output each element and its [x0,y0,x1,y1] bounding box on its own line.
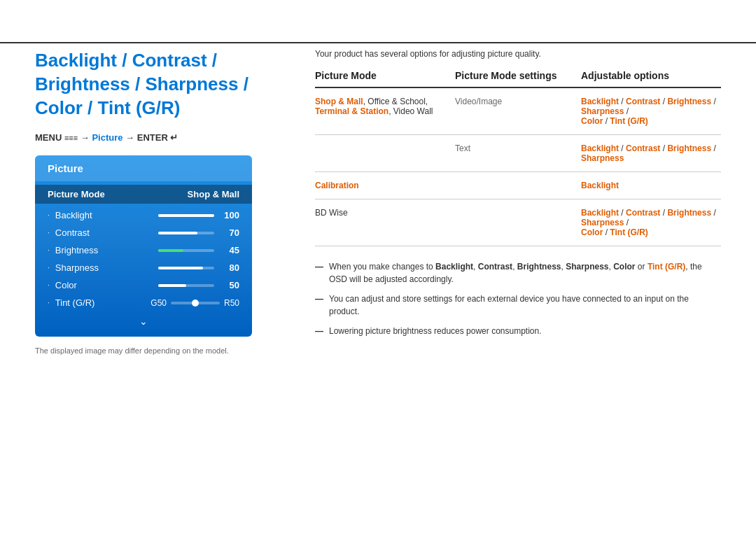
image-note: The displayed image may differ depending… [35,346,287,355]
note-3: ― Lowering picture brightness reduces po… [315,325,721,337]
osd-value-backlight: 100 [220,210,239,220]
osd-value-contrast: 70 [220,227,239,238]
td-settings-text: Text [455,143,581,163]
settings-text-label: Text [455,143,470,153]
osd-dot: · [48,246,50,254]
note-1: ― When you make changes to Backlight, Co… [315,260,721,286]
osd-slider-sharpness: 80 [158,262,239,273]
osd-slider-track [158,249,214,252]
note-2: ― You can adjust and store settings for … [315,293,721,318]
adj-contrast-2: Contrast [626,143,660,153]
menu-icon: ≡≡≡ [64,134,78,142]
top-divider [0,42,756,43]
osd-slider-track [158,284,214,287]
note-color: Color [613,262,635,272]
menu-instruction: MENU ≡≡≡ → Picture → ENTER ↵ [35,132,287,143]
mode-video-wall-text: , Video Wall [388,106,433,116]
osd-picture-mode-label: Picture Mode [48,189,105,199]
osd-value-color: 50 [220,280,239,290]
th-adjustable-options: Adjustable options [581,70,721,81]
th-picture-mode: Picture Mode [315,70,455,81]
mode-bdwise: BD Wise [315,208,348,218]
osd-item-sharpness: · Sharpness 80 [35,259,252,276]
osd-dot: · [48,264,50,272]
osd-item-label-contrast: Contrast [55,227,158,238]
mode-terminal: Terminal & Station [315,106,388,116]
note-brightness: Brightness [517,262,561,272]
osd-picture-mode-row: Picture Mode Shop & Mall [35,185,252,204]
osd-item-label-sharpness: Sharpness [55,262,158,273]
th-picture-settings: Picture Mode settings [455,70,581,81]
osd-tint-slider-track [171,302,220,304]
osd-value-sharpness: 80 [220,262,239,273]
note-contrast: Contrast [478,262,512,272]
table-row-text: Text Backlight / Contrast / Brightness /… [315,135,721,172]
mode-office-text: , Office & School, [363,97,428,106]
adj-color-4: Color [581,227,603,237]
note-tint: Tint (G/R) [648,262,685,272]
picture-link: Picture [92,132,122,143]
note-text-1: When you make changes to Backlight, Cont… [329,260,721,286]
osd-slider-track [158,214,214,217]
adj-brightness-4: Brightness [667,208,711,218]
table-header-row: Picture Mode Picture Mode settings Adjus… [315,70,721,88]
adj-sharpness-4: Sharpness [581,218,624,227]
table-row-shop-mall: Shop & Mall, Office & School, Terminal &… [315,88,721,135]
intro-text: Your product has several options for adj… [315,49,721,59]
adj-sharpness-2: Sharpness [581,153,624,163]
picture-mode-table: Picture Mode Picture Mode settings Adjus… [315,70,721,246]
td-mode-empty [315,143,455,163]
osd-dot: · [48,211,50,219]
td-adjustable-row1: Backlight / Contrast / Brightness / Shar… [581,97,721,126]
osd-slider-brightness: 45 [158,245,239,255]
osd-item-tint: · Tint (G/R) G50 R50 [35,294,252,311]
osd-item-contrast: · Contrast 70 [35,224,252,241]
adj-backlight-4: Backlight [581,208,619,218]
osd-item-label-color: Color [55,280,158,290]
osd-menu-box: Picture Picture Mode Shop & Mall · Backl… [35,155,252,337]
osd-tint-r-value: R50 [224,298,239,308]
mode-calibration: Calibration [315,181,359,190]
td-adjustable-row3: Backlight [581,181,721,190]
osd-slider-fill [158,232,197,234]
arrow-icon-1: → [80,132,92,143]
note-text-3: Lowering picture brightness reduces powe… [329,325,542,337]
osd-item-label-tint: Tint (G/R) [55,297,151,308]
osd-slider-fill-green [158,249,183,252]
adj-brightness-1: Brightness [667,97,711,106]
note-text-2: You can adjust and store settings for ea… [329,293,721,318]
osd-item-label-brightness: Brightness [55,245,158,255]
osd-tint-g-value: G50 [150,298,167,308]
osd-slider-backlight: 100 [158,210,239,220]
note-dash-1: ― [315,260,323,286]
osd-slider-track [158,267,214,269]
adj-tint-1: Tint (G/R) [610,116,648,126]
osd-item-color: · Color 50 [35,276,252,294]
mode-shop-mall: Shop & Mall [315,97,363,106]
osd-item-backlight: · Backlight 100 [35,206,252,224]
adj-contrast-4: Contrast [626,208,660,218]
td-mode-bdwise: BD Wise [315,208,455,237]
osd-item-brightness: · Brightness 45 [35,241,252,259]
note-dash-3: ― [315,325,323,337]
enter-icon: ↵ [170,132,178,143]
settings-video-image: Video/Image [455,97,502,106]
right-section: Your product has several options for adj… [315,49,721,355]
enter-label: ENTER [137,132,171,143]
adj-backlight-3: Backlight [581,181,619,190]
td-mode-calibration: Calibration [315,181,455,190]
adj-backlight-2: Backlight [581,143,619,153]
osd-value-brightness: 45 [220,245,239,255]
adj-sharpness-1: Sharpness [581,106,624,116]
td-adjustable-row4: Backlight / Contrast / Brightness / Shar… [581,208,721,237]
adj-contrast-1: Contrast [626,97,660,106]
notes-section: ― When you make changes to Backlight, Co… [315,260,721,337]
osd-tint-slider-wrap: G50 R50 [150,298,239,308]
table-row-bdwise: BD Wise Backlight / Contrast / Brightnes… [315,199,721,246]
note-dash-2: ― [315,293,323,318]
td-settings-video-image: Video/Image [455,97,581,126]
td-settings-bdwise [455,208,581,237]
left-section: Backlight / Contrast / Brightness / Shar… [35,49,287,355]
osd-chevron-down: ⌄ [35,316,252,330]
osd-slider-fill [158,267,203,269]
